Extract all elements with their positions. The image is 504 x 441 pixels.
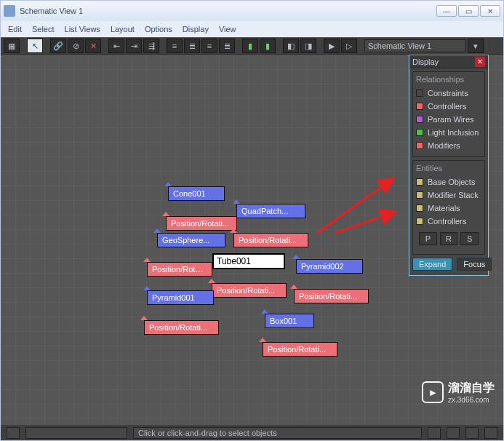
rel-modifiers[interactable]: Modifiers — [416, 139, 481, 152]
status-text: Click or click-and-drag to select object… — [133, 427, 422, 439]
node-quadpatch[interactable]: QuadPatch... — [236, 204, 305, 218]
rel-constraints[interactable]: Constraints — [416, 87, 481, 100]
rel-paramwires[interactable]: Param Wires — [416, 113, 481, 126]
app-icon — [4, 5, 15, 17]
status-slider[interactable] — [25, 427, 127, 439]
status-btn-a[interactable] — [428, 427, 441, 439]
watermark: ▶ 溜溜自学 zx.3d66.com — [422, 381, 495, 404]
rel-lightinclusion[interactable]: Light Inclusion — [416, 126, 481, 139]
swatch-icon — [416, 116, 423, 123]
menu-listviews[interactable]: List Views — [65, 25, 100, 33]
status-btn-b[interactable] — [447, 427, 460, 439]
swatch-icon — [416, 142, 423, 149]
btn-tri1-icon[interactable]: ▶ — [324, 39, 340, 53]
group-relationships: Relationships Constraints Controllers Pa… — [412, 71, 485, 157]
svg-line-0 — [317, 178, 393, 233]
maximize-button[interactable]: ▭ — [458, 5, 479, 17]
btn-align2-icon[interactable]: ≣ — [184, 39, 200, 53]
status-btn-left[interactable] — [7, 427, 20, 439]
btn-unlink-icon[interactable]: ⊘ — [68, 39, 84, 53]
play-icon: ▶ — [422, 381, 444, 403]
annotation-arrow-1 — [313, 171, 401, 237]
btn-grid-icon[interactable]: ▦ — [4, 39, 20, 53]
btn-align3-icon[interactable]: ≡ — [201, 39, 217, 53]
btn-viewmenu-icon[interactable]: ▾ — [468, 39, 484, 53]
toolbar: ▦ ↖ 🔗 ⊘ ✕ ⇤ ⇥ ⇶ ≡ ≣ ≡ ≣ ▮ ▮ ◧ ◨ ▶ ▷ Sche… — [1, 37, 503, 55]
ent-modifierstack[interactable]: Modifier Stack — [416, 188, 481, 202]
node-geosphere[interactable]: GeoSphere... — [157, 233, 225, 247]
node-cone001[interactable]: Cone001 — [168, 186, 225, 201]
node-box001[interactable]: Box001 — [265, 314, 314, 328]
group-entities: Entities Base Objects Modifier Stack Mat… — [412, 160, 485, 255]
svg-line-1 — [335, 212, 396, 233]
swatch-icon — [416, 178, 423, 186]
node-pyramid002[interactable]: Pyramid002 — [296, 259, 363, 274]
swatch-icon — [416, 129, 423, 136]
btn-p[interactable]: P — [419, 232, 437, 245]
schematic-window: Schematic View 1 — ▭ ✕ Edit Select List … — [0, 0, 504, 441]
btn-misc1-icon[interactable]: ◧ — [283, 39, 299, 53]
window-title: Schematic View 1 — [20, 7, 436, 15]
menu-options[interactable]: Options — [145, 25, 172, 33]
menu-view[interactable]: View — [219, 25, 236, 33]
btn-children-icon[interactable]: ⇶ — [143, 39, 159, 53]
node-pyramid001-posrot[interactable]: Position/Rotati... — [144, 320, 219, 335]
btn-tri2-icon[interactable]: ▷ — [341, 39, 357, 53]
btn-select-icon[interactable]: ↖ — [27, 39, 43, 53]
node-geosphere-posrot[interactable]: Position/Rotati... — [147, 262, 212, 277]
btn-s[interactable]: S — [460, 232, 479, 245]
menu-edit[interactable]: Edit — [8, 25, 22, 33]
canvas[interactable]: Cone001 Position/Rotati... QuadPatch... … — [1, 55, 503, 424]
btn-expand-icon[interactable]: ⇥ — [126, 39, 142, 53]
ent-materials[interactable]: Materials — [416, 202, 481, 215]
node-rename-input[interactable] — [217, 256, 281, 266]
ent-baseobjects[interactable]: Base Objects — [416, 175, 481, 188]
statusbar: Click or click-and-drag to select object… — [1, 424, 503, 440]
menu-display[interactable]: Display — [183, 25, 209, 33]
btn-green1-icon[interactable]: ▮ — [242, 39, 258, 53]
btn-align4-icon[interactable]: ≣ — [219, 39, 235, 53]
menubar: Edit Select List Views Layout Options Di… — [1, 21, 503, 37]
group-label-entities: Entities — [416, 164, 481, 172]
menu-layout[interactable]: Layout — [111, 25, 135, 33]
btn-r[interactable]: R — [440, 232, 458, 245]
view-combo[interactable]: Schematic View 1 — [364, 39, 466, 52]
group-label-relationships: Relationships — [416, 75, 481, 84]
titlebar[interactable]: Schematic View 1 — ▭ ✕ — [1, 1, 503, 21]
btn-expand[interactable]: Expand — [412, 258, 452, 271]
btn-focus[interactable]: Focus — [457, 258, 492, 271]
swatch-icon — [416, 218, 423, 225]
rel-controllers[interactable]: Controllers — [416, 100, 481, 113]
btn-link-icon[interactable]: 🔗 — [50, 39, 66, 53]
display-panel-close-icon[interactable]: ✕ — [475, 57, 485, 67]
swatch-icon — [416, 204, 423, 212]
status-btn-c[interactable] — [465, 427, 479, 439]
node-cone001-posrot[interactable]: Position/Rotati... — [166, 216, 237, 231]
node-pyramid001[interactable]: Pyramid001 — [147, 290, 214, 305]
display-panel[interactable]: Display ✕ Relationships Constraints Cont… — [409, 55, 489, 276]
btn-green2-icon[interactable]: ▮ — [260, 39, 276, 53]
status-btn-d[interactable] — [484, 427, 497, 439]
btn-collapse-icon[interactable]: ⇤ — [108, 39, 124, 53]
node-box001-posrot[interactable]: Position/Rotati... — [263, 342, 337, 357]
close-button[interactable]: ✕ — [480, 5, 500, 17]
display-panel-title[interactable]: Display ✕ — [409, 55, 488, 68]
menu-select[interactable]: Select — [32, 25, 55, 33]
annotation-arrow-2 — [332, 207, 401, 237]
swatch-icon — [416, 191, 423, 199]
btn-delete-icon[interactable]: ✕ — [85, 39, 101, 53]
ent-controllers[interactable]: Controllers — [416, 215, 481, 228]
node-quadpatch-posrot[interactable]: Position/Rotati... — [233, 233, 308, 247]
swatch-icon — [416, 103, 423, 110]
node-pyramid002-posrot[interactable]: Position/Rotati... — [294, 289, 369, 303]
btn-align1-icon[interactable]: ≡ — [167, 39, 183, 53]
node-tube-posrot[interactable]: Position/Rotati... — [212, 283, 287, 298]
minimize-button[interactable]: — — [436, 5, 457, 17]
swatch-icon — [416, 90, 423, 97]
btn-misc2-icon[interactable]: ◨ — [300, 39, 316, 53]
node-tube-editing[interactable] — [212, 253, 285, 269]
